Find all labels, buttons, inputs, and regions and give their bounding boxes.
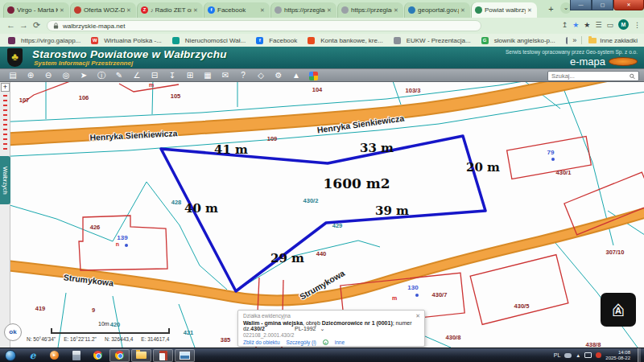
back-icon[interactable]: ← [6, 20, 15, 30]
browser-tab[interactable]: geoportal.gov.pl✕ [404, 2, 470, 18]
tab-title: geoportal.gov.pl [418, 6, 459, 14]
tab-close-icon[interactable]: ✕ [460, 7, 467, 14]
new-tab-button[interactable]: + [544, 2, 558, 16]
accessibility-button[interactable]: ⌂ A [601, 293, 636, 327]
bookmark-item[interactable]: Gsłownik angielsko-p... [481, 37, 555, 44]
emapa-brand[interactable]: e-mapa [570, 56, 605, 68]
measurement-label: 40 m [184, 201, 218, 216]
bookmark-item[interactable]: fFacebook [256, 37, 297, 44]
bookmark-favicon-icon [172, 37, 180, 44]
message-icon[interactable]: ✉ [217, 69, 234, 82]
measurement-label: 20 m [466, 160, 500, 175]
full-extent-icon[interactable]: ◎ [57, 69, 75, 82]
browser-tab[interactable]: https://przegladark...✕ [337, 2, 403, 18]
clock[interactable]: 14:08 2025-08-22 [605, 350, 630, 361]
browser-tab[interactable]: Powiat wałbrzyski✕ [471, 2, 537, 18]
bookmark-item[interactable]: https://virgo.galapp... [8, 37, 80, 44]
taskbar-mediaplayer-icon[interactable]: ▸ [44, 349, 64, 362]
pinned-extension-icon[interactable]: ★ [584, 21, 590, 29]
browser-tab[interactable]: https://przegladark...✕ [270, 2, 336, 18]
layers-icon[interactable]: ▤ [4, 69, 22, 82]
print-icon[interactable]: ⊟ [146, 69, 163, 82]
tray-app-icon[interactable] [596, 352, 601, 358]
taskbar-photos-icon[interactable] [175, 349, 195, 362]
taskbar-ie-icon[interactable]: e [23, 349, 43, 362]
zoom-in-icon[interactable]: ⊕ [22, 69, 39, 82]
close-icon[interactable]: ✕ [415, 313, 420, 319]
tray-keyboard-icon[interactable] [564, 353, 572, 358]
tab-close-icon[interactable]: ✕ [527, 7, 534, 14]
map-canvas[interactable]: 41 m33 m20 m40 m39 m29 m1600 m2107106105… [0, 82, 644, 348]
panels-icon[interactable]: ▦ [199, 69, 217, 82]
zoom-to-object-link[interactable]: Zbliż do obiektu [243, 339, 280, 345]
tab-close-icon[interactable]: ✕ [327, 7, 333, 14]
zoom-out-icon[interactable]: ⊖ [39, 69, 57, 82]
tray-expand-icon[interactable]: ▲ [576, 353, 580, 358]
parcel-number: 429 [332, 222, 343, 229]
page-title: Starostwo Powiatowe w Wałbrzychu [32, 48, 227, 60]
taskbar-chrome-icon[interactable] [88, 349, 108, 362]
page-subtitle: System Informacji Przestrzennej [34, 60, 133, 67]
search-input[interactable] [551, 72, 630, 80]
bookmark-star-icon[interactable]: ★ [572, 21, 579, 29]
tab-audio-icon[interactable]: ♪ [151, 7, 154, 13]
url-field[interactable]: walbrzyskie-mapa.net [47, 20, 481, 31]
zoom-slider[interactable] [3, 95, 7, 153]
browser-tab[interactable]: Oferta WOZ-DS-37...✕ [70, 2, 136, 18]
apps-grid-icon[interactable] [309, 72, 318, 80]
tab-favicon-icon [74, 6, 81, 14]
close-button[interactable]: ✕ [613, 0, 644, 10]
show-desktop-button[interactable] [638, 348, 641, 362]
sidebar-tab-walbrzych[interactable]: Wałbrzych [0, 156, 10, 204]
measure-icon[interactable]: ∠ [128, 69, 146, 82]
polygon-icon[interactable]: ◇ [252, 69, 270, 82]
tab-close-icon[interactable]: ✕ [394, 7, 400, 14]
taskbar-explorer-icon[interactable] [131, 349, 151, 362]
bookmark-item[interactable]: EUKW - Prezentacja... [394, 37, 471, 44]
help-icon[interactable]: ? [234, 69, 252, 82]
browser-tab[interactable]: Virgo - Marta Kacz...✕ [3, 2, 69, 18]
longitude: E: 16°22'11.2" [64, 336, 97, 342]
details-link[interactable]: Szczegóły (i) [287, 339, 316, 345]
reload-icon[interactable]: ⟳ [33, 20, 40, 31]
browser-tab[interactable]: Z♪Radio ZET onli...✕ [137, 2, 203, 18]
language-indicator[interactable]: PL [554, 352, 561, 358]
side-panel-icon[interactable]: ▭ [606, 21, 613, 29]
share-icon[interactable]: ↥ [562, 21, 568, 29]
network-icon[interactable] [584, 352, 592, 358]
taskbar-chrome-active-icon[interactable] [109, 349, 130, 362]
browser-tab[interactable]: fFacebook✕ [204, 2, 270, 18]
tab-close-icon[interactable]: ✕ [193, 7, 200, 14]
taskbar-calculator-icon[interactable] [66, 349, 86, 362]
other-link[interactable]: inne [335, 339, 345, 345]
zoom-in-button[interactable]: + [1, 83, 10, 92]
bookmark-item[interactable]: WWirtualna Polska -... [91, 37, 162, 44]
bookmark-item[interactable]: Konta bankowe, kre... [308, 37, 382, 44]
north-arrow-icon[interactable]: ▲ [287, 69, 305, 82]
select-arrow-icon[interactable]: ➤ [75, 69, 93, 82]
search-icon[interactable] [630, 73, 635, 80]
search-box[interactable] [547, 71, 639, 81]
tab-close-icon[interactable]: ✕ [260, 7, 266, 14]
tab-close-icon[interactable]: ✕ [126, 7, 133, 14]
crs-selector[interactable]: PL-1992 ⌄ [295, 326, 324, 332]
forward-icon[interactable]: → [19, 20, 28, 30]
profile-avatar[interactable]: M [618, 19, 629, 30]
menu-dots-icon[interactable]: ⋮ [634, 21, 641, 29]
bookmarks-overflow-icon[interactable]: » [568, 36, 582, 44]
other-bookmarks-button[interactable]: Inne zakładki [582, 37, 644, 44]
taskbar-journal-icon[interactable] [153, 349, 173, 362]
draw-icon[interactable]: ✎ [110, 69, 128, 82]
minimize-button[interactable]: — [570, 0, 592, 10]
maximize-button[interactable]: ▢ [592, 0, 613, 10]
reading-list-icon[interactable]: ☰ [595, 21, 601, 29]
add-icon[interactable]: + [323, 339, 328, 345]
start-button[interactable] [5, 350, 16, 361]
settings-icon[interactable]: ⚙ [270, 69, 287, 82]
tab-close-icon[interactable]: ✕ [60, 7, 66, 14]
copy-view-icon[interactable]: ⊞ [181, 69, 199, 82]
download-icon[interactable]: ↧ [163, 69, 181, 82]
parcel-number: 106 [79, 94, 89, 101]
identify-icon[interactable]: ⓘ [93, 69, 110, 82]
bookmark-item[interactable]: Nieruchomości Wał... [172, 37, 246, 44]
